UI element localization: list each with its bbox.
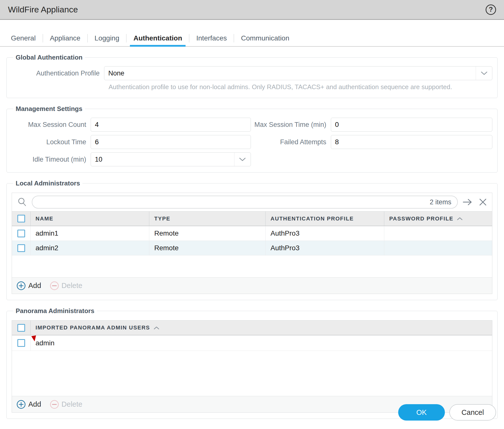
row-checkbox[interactable] [17, 230, 25, 237]
cell-password-profile [384, 226, 492, 241]
column-header-authentication-profile[interactable]: AUTHENTICATION PROFILE [265, 212, 384, 226]
sort-ascending-icon [154, 326, 159, 329]
tab-appliance[interactable]: Appliance [43, 30, 87, 46]
select-all-cell [12, 321, 30, 335]
tab-bar: General Appliance Logging Authentication… [0, 30, 504, 47]
column-header-type[interactable]: TYPE [149, 212, 265, 226]
local-administrators-table: 2 items NAME TYPE AUTHENTICATION PROFILE… [12, 193, 492, 294]
select-all-checkbox[interactable] [17, 324, 25, 332]
max-session-count-field[interactable] [91, 118, 251, 132]
sort-ascending-icon [457, 217, 463, 220]
ok-button[interactable]: OK [398, 404, 445, 421]
search-icon [15, 197, 29, 207]
lockout-time-field[interactable] [91, 135, 251, 149]
add-button[interactable]: Add [16, 281, 41, 290]
delete-button[interactable]: Delete [50, 281, 82, 290]
global-authentication-legend: Global Authentication [13, 54, 85, 61]
plus-circle-icon [16, 400, 26, 409]
cell-type: Remote [149, 241, 265, 255]
table-empty-area [12, 351, 492, 396]
authentication-profile-label: Authentication Profile [12, 70, 104, 77]
management-settings-legend: Management Settings [13, 105, 85, 113]
authentication-profile-select[interactable]: None [104, 66, 492, 80]
table-footer-bar: Add Delete [12, 277, 492, 294]
idle-timeout-value: 10 [95, 156, 102, 163]
cell-password-profile [384, 241, 492, 255]
global-authentication-section: Global Authentication Authentication Pro… [6, 54, 498, 98]
authentication-profile-value: None [108, 70, 124, 77]
tab-communication[interactable]: Communication [234, 30, 296, 46]
delete-button[interactable]: Delete [50, 400, 82, 409]
max-session-count-label: Max Session Count [12, 121, 91, 129]
items-count-badge: 2 items [430, 198, 451, 206]
max-session-time-label: Max Session Time (min) [253, 121, 331, 129]
table-header-row: IMPORTED PANORAMA ADMIN USERS [12, 321, 492, 335]
local-administrators-section: Local Administrators 2 items NAME TYPE [6, 179, 498, 300]
cell-authentication-profile: AuthPro3 [265, 226, 384, 241]
cell-authentication-profile: AuthPro3 [265, 241, 384, 255]
column-header-password-profile[interactable]: PASSWORD PROFILE [384, 212, 492, 226]
cell-name: admin1 [30, 226, 149, 241]
failed-attempts-field[interactable] [331, 135, 493, 149]
table-search-row: 2 items [12, 193, 492, 211]
select-all-checkbox[interactable] [17, 215, 25, 222]
row-checkbox[interactable] [17, 339, 25, 347]
table-row[interactable]: admin2 Remote AuthPro3 [12, 241, 492, 255]
panorama-administrators-legend: Panorama Administrators [13, 307, 97, 315]
minus-circle-icon [50, 281, 59, 290]
idle-timeout-label: Idle Timeout (min) [12, 156, 91, 163]
max-session-time-field[interactable] [331, 118, 493, 132]
clear-filter-close-icon[interactable] [477, 198, 489, 206]
panorama-administrators-section: Panorama Administrators IMPORTED PANORAM… [6, 307, 498, 419]
help-icon[interactable]: ? [486, 4, 496, 15]
authentication-profile-helper-text: Authentication profile to use for non-lo… [109, 83, 492, 91]
search-pill: 2 items [32, 196, 458, 209]
tab-general[interactable]: General [4, 30, 43, 46]
apply-filter-arrow-icon[interactable] [461, 198, 474, 206]
failed-attempts-label: Failed Attempts [253, 138, 331, 146]
plus-circle-icon [16, 281, 26, 290]
dialog-header: WildFire Appliance ? [0, 0, 504, 20]
row-checkbox[interactable] [17, 244, 25, 252]
select-all-cell [12, 212, 30, 226]
cell-type: Remote [149, 226, 265, 241]
cell-name: admin2 [30, 241, 149, 255]
cancel-button[interactable]: Cancel [449, 404, 496, 421]
tab-authentication[interactable]: Authentication [126, 30, 189, 46]
tab-interfaces[interactable]: Interfaces [189, 30, 234, 46]
idle-timeout-select[interactable]: 10 [91, 152, 251, 166]
minus-circle-icon [50, 400, 59, 409]
tab-logging[interactable]: Logging [88, 30, 126, 46]
panorama-administrators-table: IMPORTED PANORAMA ADMIN USERS admin Add … [12, 320, 492, 413]
dialog-footer: OK Cancel [398, 404, 496, 421]
search-input[interactable] [38, 198, 430, 206]
table-header-row: NAME TYPE AUTHENTICATION PROFILE PASSWOR… [12, 211, 492, 226]
management-settings-section: Management Settings Max Session Count Lo… [6, 105, 498, 173]
chevron-down-icon [476, 67, 492, 80]
table-empty-area [12, 255, 492, 277]
local-administrators-legend: Local Administrators [13, 179, 82, 187]
table-row[interactable]: admin [12, 335, 492, 351]
add-button[interactable]: Add [16, 400, 41, 409]
dialog-title: WildFire Appliance [8, 5, 78, 14]
table-row[interactable]: admin1 Remote AuthPro3 [12, 226, 492, 241]
cell-imported-admin-user: admin [30, 335, 492, 351]
column-header-imported-panorama-admin-users[interactable]: IMPORTED PANORAMA ADMIN USERS [30, 321, 492, 335]
chevron-down-icon [234, 153, 251, 166]
column-header-name[interactable]: NAME [30, 212, 149, 226]
lockout-time-label: Lockout Time [12, 138, 91, 146]
